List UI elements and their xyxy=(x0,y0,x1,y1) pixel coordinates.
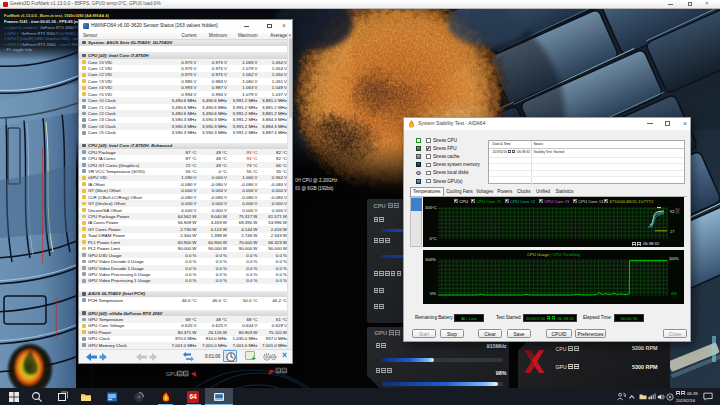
svg-text:0H CPU @ 2.20GHz: 0H CPU @ 2.20GHz xyxy=(295,178,338,183)
svg-text:GPU: GPU xyxy=(166,371,177,377)
svg-text:60 @ 6GB (192bit): 60 @ 6GB (192bit) xyxy=(295,186,334,191)
